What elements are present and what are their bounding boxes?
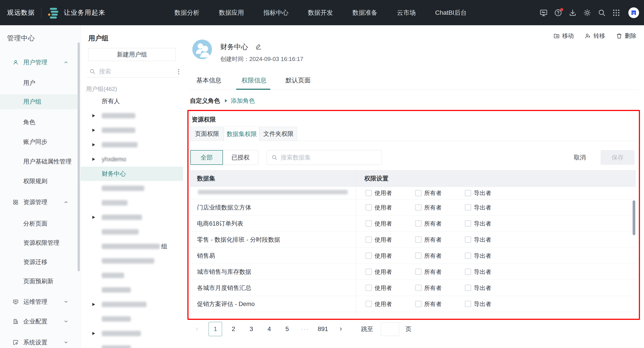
page-891-button[interactable]: 891 xyxy=(316,322,330,336)
sidebar-item-user-attributes[interactable]: 用户基础属性管理 xyxy=(0,155,80,168)
sidebar-item-roles[interactable]: 角色 xyxy=(0,116,80,129)
tab-default-page[interactable]: 默认页面 xyxy=(286,76,310,85)
expand-arrow-icon[interactable] xyxy=(92,332,95,335)
sidebar-section-user-management[interactable]: 用户管理 xyxy=(0,56,80,69)
page-2-button[interactable]: 2 xyxy=(227,322,240,336)
sidebar-item-user-groups[interactable]: 用户组 xyxy=(0,95,80,108)
perm-exporter[interactable]: 导出者 xyxy=(465,300,491,308)
transfer-button[interactable]: 转移 xyxy=(584,32,605,40)
tab-basic-info[interactable]: 基本信息 xyxy=(196,76,222,85)
nav-data-prep[interactable]: 数据准备 xyxy=(352,8,378,17)
perm-user[interactable]: 使用者 xyxy=(366,284,392,292)
nav-data-app[interactable]: 数据应用 xyxy=(219,8,244,17)
perm-owner[interactable]: 所有者 xyxy=(415,268,442,276)
sidebar-section-enterprise-config[interactable]: 企业配置 xyxy=(0,315,80,328)
save-button-disabled[interactable]: 保存 xyxy=(600,150,634,165)
delete-button[interactable]: 删除 xyxy=(616,32,636,40)
sidebar-section-system-settings[interactable]: 系统设置 xyxy=(0,336,80,348)
perm-user[interactable]: 使用者 xyxy=(366,220,392,227)
user-avatar[interactable] xyxy=(628,7,639,18)
sidebar-item-analysis-pages[interactable]: 分析页面 xyxy=(0,217,80,230)
perm-user[interactable]: 使用者 xyxy=(366,268,392,276)
expand-arrow-icon[interactable] xyxy=(92,216,95,219)
group-tree-item[interactable]: 组 xyxy=(81,239,183,254)
group-tree-item[interactable] xyxy=(81,123,183,137)
next-page-button[interactable] xyxy=(334,322,347,336)
tab-folder-permission[interactable]: 文件夹权限 xyxy=(260,127,297,141)
page-4-button[interactable]: 4 xyxy=(263,322,276,336)
expand-arrow-icon[interactable] xyxy=(92,129,95,132)
nav-data-dev[interactable]: 数据开发 xyxy=(308,8,333,17)
tab-dataset-permission[interactable]: 数据集权限 xyxy=(224,127,260,141)
expand-arrow-icon[interactable] xyxy=(92,303,95,306)
perm-exporter[interactable]: 导出者 xyxy=(465,268,491,276)
nav-chatbi-admin[interactable]: ChatBI后台 xyxy=(435,8,467,17)
cancel-button[interactable]: 取消 xyxy=(570,150,590,165)
group-tree-item[interactable] xyxy=(81,254,183,268)
jump-page-input[interactable] xyxy=(381,322,399,336)
tab-permission-info[interactable]: 权限信息 xyxy=(242,76,266,85)
page-ellipsis[interactable]: ··· xyxy=(298,322,312,336)
perm-user[interactable]: 使用者 xyxy=(366,300,392,308)
sidebar-item-permission-rules[interactable]: 权限规则 xyxy=(0,174,80,188)
group-tree-item[interactable] xyxy=(81,283,183,297)
filter-authorized-button[interactable]: 已授权 xyxy=(223,150,258,165)
edit-pencil-icon[interactable] xyxy=(255,43,262,50)
page-1-button[interactable]: 1 xyxy=(209,322,222,336)
perm-owner[interactable]: 所有者 xyxy=(415,203,442,211)
sidebar-scrollbar-thumb[interactable] xyxy=(78,42,80,271)
sidebar-item-account-sync[interactable]: 账户同步 xyxy=(0,135,80,149)
group-tree-item-everyone[interactable]: 所有人 xyxy=(81,94,183,108)
group-tree-item[interactable] xyxy=(81,297,183,312)
group-tree-item[interactable] xyxy=(81,225,183,239)
perm-exporter[interactable]: 导出者 xyxy=(465,284,491,292)
group-tree-item[interactable] xyxy=(81,181,183,195)
download-icon[interactable] xyxy=(568,8,577,17)
group-tree-item[interactable] xyxy=(81,268,183,283)
sidebar-section-ops-management[interactable]: 运维管理 xyxy=(0,295,80,309)
perm-exporter[interactable]: 导出者 xyxy=(465,203,491,211)
perm-owner[interactable]: 所有者 xyxy=(415,220,442,227)
apps-grid-icon[interactable] xyxy=(612,8,620,17)
group-tree-item-yhxdemo[interactable]: yhxdemo xyxy=(81,152,183,167)
search-icon[interactable] xyxy=(598,8,606,17)
perm-user[interactable]: 使用者 xyxy=(366,236,392,243)
settings-gear-icon[interactable] xyxy=(583,8,592,17)
perm-user[interactable]: 使用者 xyxy=(366,189,392,197)
perm-owner[interactable]: 所有者 xyxy=(415,300,442,308)
sidebar-item-resource-permission[interactable]: 资源权限管理 xyxy=(0,236,80,249)
page-3-button[interactable]: 3 xyxy=(245,322,258,336)
nav-metric-center[interactable]: 指标中心 xyxy=(264,8,288,17)
dataset-search-input[interactable] xyxy=(280,154,375,161)
nav-data-analysis[interactable]: 数据分析 xyxy=(174,8,200,17)
sidebar-item-resource-migration[interactable]: 资源迁移 xyxy=(0,255,80,269)
sidebar-item-users[interactable]: 用户 xyxy=(0,76,80,90)
expand-arrow-icon[interactable] xyxy=(92,114,95,117)
group-tree-item[interactable] xyxy=(81,341,183,348)
screen-monitor-icon[interactable] xyxy=(539,8,548,17)
perm-owner[interactable]: 所有者 xyxy=(415,189,442,197)
page-5-button[interactable]: 5 xyxy=(281,322,294,336)
perm-exporter[interactable]: 导出者 xyxy=(465,252,491,260)
expand-arrow-icon[interactable] xyxy=(92,158,95,161)
sidebar-section-resource-management[interactable]: 资源管理 xyxy=(0,195,80,209)
new-user-group-button[interactable]: 新建用户组 xyxy=(88,48,176,61)
group-tree-item[interactable] xyxy=(81,326,183,341)
perm-owner[interactable]: 所有者 xyxy=(415,284,442,292)
help-icon[interactable] xyxy=(554,8,562,17)
perm-owner[interactable]: 所有者 xyxy=(415,252,442,260)
perm-user[interactable]: 使用者 xyxy=(366,203,392,211)
nav-cloud-market[interactable]: 云市场 xyxy=(397,8,416,17)
perm-exporter[interactable]: 导出者 xyxy=(465,236,491,243)
group-tree-item[interactable] xyxy=(81,109,183,123)
add-role-link[interactable]: 添加角色 xyxy=(231,97,255,105)
group-tree-item[interactable] xyxy=(81,210,183,224)
filter-all-button[interactable]: 全部 xyxy=(190,150,223,165)
prev-page-button[interactable] xyxy=(191,322,204,336)
group-tree-item-finance-center[interactable]: 财务中心 xyxy=(81,167,183,181)
dataset-search-box[interactable] xyxy=(266,150,382,165)
perm-owner[interactable]: 所有者 xyxy=(415,236,442,243)
group-search-box[interactable] xyxy=(86,66,171,77)
group-tree-item[interactable] xyxy=(81,196,183,210)
more-menu-icon[interactable] xyxy=(177,68,180,75)
